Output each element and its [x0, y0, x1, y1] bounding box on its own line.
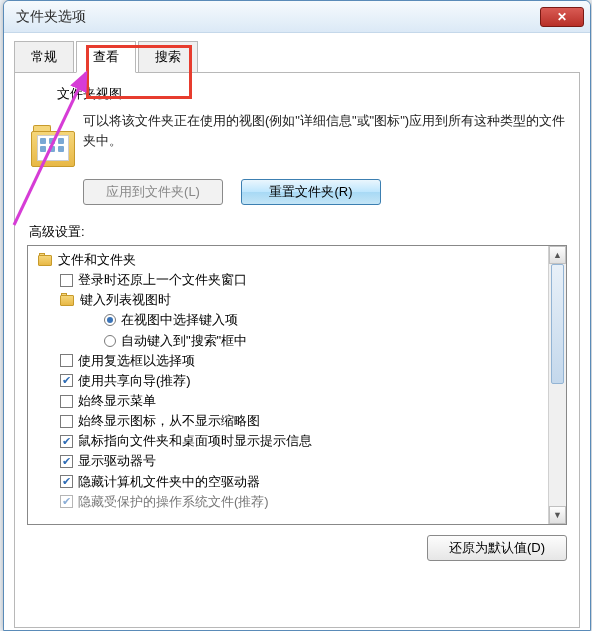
checkbox[interactable] — [60, 395, 73, 408]
folder-view-box: 可以将该文件夹正在使用的视图(例如"详细信息"或"图标")应用到所有这种类型的文… — [27, 111, 567, 205]
tab-strip: 常规 查看 搜索 — [14, 41, 580, 73]
restore-defaults-button[interactable]: 还原为默认值(D) — [427, 535, 567, 561]
checkbox[interactable] — [60, 415, 73, 428]
list-item[interactable]: 隐藏受保护的操作系统文件(推荐) — [30, 492, 546, 512]
radio[interactable] — [104, 314, 116, 326]
checkbox[interactable] — [60, 475, 73, 488]
folder-large-icon — [29, 125, 77, 169]
list-item[interactable]: 鼠标指向文件夹和桌面项时显示提示信息 — [30, 431, 546, 451]
scrollbar[interactable]: ▲ ▼ — [548, 246, 566, 524]
tree-root[interactable]: 文件和文件夹 — [30, 250, 546, 270]
list-item[interactable]: 始终显示图标，从不显示缩略图 — [30, 411, 546, 431]
tab-general[interactable]: 常规 — [14, 41, 74, 72]
titlebar[interactable]: 文件夹选项 ✕ — [4, 1, 590, 33]
window-title: 文件夹选项 — [16, 8, 540, 26]
close-button[interactable]: ✕ — [540, 7, 584, 27]
tab-body: 文件夹视图 可以将该文件夹正在使用的视图(例如"详细信息"或"图标")应用到所有… — [14, 73, 580, 628]
list-item[interactable]: 使用共享向导(推荐) — [30, 371, 546, 391]
checkbox[interactable] — [60, 435, 73, 448]
checkbox[interactable] — [60, 455, 73, 468]
list-item[interactable]: 始终显示菜单 — [30, 391, 546, 411]
checkbox[interactable] — [60, 354, 73, 367]
list-item[interactable]: 显示驱动器号 — [30, 451, 546, 471]
list-item[interactable]: 隐藏计算机文件夹中的空驱动器 — [30, 472, 546, 492]
folder-view-group: 文件夹视图 可以将该文件夹正在使用的视图(例如"详细信息"或"图标")应用到所有… — [27, 85, 567, 205]
list-item[interactable]: 在视图中选择键入项 — [30, 310, 546, 330]
scroll-up-icon[interactable]: ▲ — [549, 246, 566, 264]
scroll-down-icon[interactable]: ▼ — [549, 506, 566, 524]
radio[interactable] — [104, 335, 116, 347]
advanced-label: 高级设置: — [29, 223, 567, 241]
advanced-tree: 文件和文件夹 登录时还原上一个文件夹窗口 键入列表视图时 在视图中选择键入项 自… — [27, 245, 567, 525]
scroll-track[interactable] — [549, 264, 566, 506]
list-item[interactable]: 使用复选框以选择项 — [30, 351, 546, 371]
apply-to-folders-button[interactable]: 应用到文件夹(L) — [83, 179, 223, 205]
folder-icon — [38, 253, 54, 267]
list-item[interactable]: 自动键入到"搜索"框中 — [30, 331, 546, 351]
folder-view-description: 可以将该文件夹正在使用的视图(例如"详细信息"或"图标")应用到所有这种类型的文… — [83, 111, 567, 169]
folder-options-window: 文件夹选项 ✕ 常规 查看 搜索 文件夹视图 可以将该文件夹正在使用的视图(例如… — [3, 0, 591, 631]
list-item[interactable]: 键入列表视图时 — [30, 290, 546, 310]
tab-search[interactable]: 搜索 — [138, 41, 198, 72]
content-area: 常规 查看 搜索 文件夹视图 可以将该文件夹正在使用的视图(例如"详细信息"或"… — [4, 33, 590, 631]
folder-view-label: 文件夹视图 — [57, 85, 567, 103]
checkbox[interactable] — [60, 374, 73, 387]
folder-icon — [60, 293, 76, 307]
checkbox[interactable] — [60, 274, 73, 287]
reset-folders-button[interactable]: 重置文件夹(R) — [241, 179, 381, 205]
checkbox[interactable] — [60, 495, 73, 508]
tab-view[interactable]: 查看 — [76, 41, 136, 73]
close-icon: ✕ — [557, 10, 567, 24]
list-item[interactable]: 登录时还原上一个文件夹窗口 — [30, 270, 546, 290]
tree-content[interactable]: 文件和文件夹 登录时还原上一个文件夹窗口 键入列表视图时 在视图中选择键入项 自… — [28, 246, 548, 524]
scroll-thumb[interactable] — [551, 264, 564, 384]
tree-root-label: 文件和文件夹 — [58, 250, 136, 270]
